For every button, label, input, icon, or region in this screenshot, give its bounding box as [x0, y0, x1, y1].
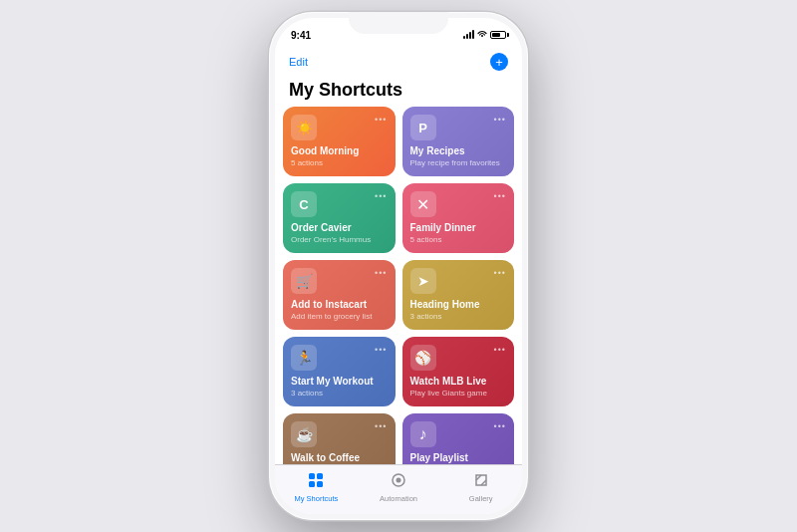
family-dinner-subtitle: 5 actions	[410, 235, 507, 245]
shortcuts-grid: ☀️ ••• Good Morning 5 actions P •••	[283, 107, 514, 464]
playlist-title: Play Playlist	[410, 452, 507, 464]
shortcut-card-my-recipes[interactable]: P ••• My Recipes Play recipe from favori…	[402, 107, 515, 176]
nav-bar: Edit +	[275, 46, 522, 78]
good-morning-subtitle: 5 actions	[291, 158, 388, 168]
edit-button[interactable]: Edit	[289, 56, 308, 68]
status-icons	[463, 30, 506, 40]
playlist-icon: ♪	[410, 421, 436, 447]
family-dinner-more[interactable]: •••	[494, 191, 506, 201]
svg-rect-0	[309, 473, 315, 479]
mlb-subtitle: Play live Giants game	[410, 389, 507, 399]
shortcut-card-add-to-instacart[interactable]: 🛒 ••• Add to Instacart Add item to groce…	[283, 260, 396, 330]
svg-rect-1	[317, 473, 323, 479]
card-bottom: Order Cavier Order Oren's Hummus	[291, 222, 388, 245]
mlb-icon: ⚾	[410, 345, 436, 371]
tab-my-shortcuts[interactable]: My Shortcuts	[275, 472, 358, 503]
shortcut-card-family-dinner[interactable]: ✕ ••• Family Dinner 5 actions	[402, 183, 515, 253]
heading-home-icon: ➤	[410, 268, 436, 294]
heading-home-more[interactable]: •••	[494, 268, 506, 278]
my-shortcuts-icon	[308, 472, 324, 492]
instacart-subtitle: Add item to grocery list	[291, 312, 388, 322]
svg-point-5	[397, 478, 401, 483]
shortcut-card-order-cavier[interactable]: C ••• Order Cavier Order Oren's Hummus	[283, 183, 396, 253]
battery-fill	[492, 33, 500, 37]
wifi-icon	[477, 30, 487, 40]
card-top: ➤ •••	[410, 268, 507, 294]
good-morning-icon: ☀️	[291, 115, 317, 140]
instacart-more[interactable]: •••	[375, 268, 387, 278]
gallery-label: Gallery	[469, 494, 493, 503]
card-top: P •••	[410, 115, 507, 140]
card-bottom: Heading Home 3 actions	[410, 299, 507, 322]
gallery-icon	[473, 472, 489, 492]
shortcut-card-play-playlist[interactable]: ♪ ••• Play Playlist 1 action	[402, 413, 515, 464]
instacart-icon: 🛒	[291, 268, 317, 294]
card-top: ⚾ •••	[410, 345, 507, 371]
workout-more[interactable]: •••	[375, 345, 387, 355]
mlb-title: Watch MLB Live	[410, 376, 507, 388]
tab-gallery[interactable]: Gallery	[439, 472, 522, 503]
card-bottom: My Recipes Play recipe from favorites	[410, 145, 507, 168]
shortcut-card-walk-to-coffee[interactable]: ☕ ••• Walk to Coffee 3 actions	[283, 413, 396, 464]
coffee-icon: ☕	[291, 421, 317, 447]
heading-home-title: Heading Home	[410, 299, 507, 311]
svg-rect-3	[317, 481, 323, 487]
status-time: 9:41	[291, 30, 311, 41]
my-recipes-more[interactable]: •••	[494, 115, 506, 125]
workout-icon: 🏃	[291, 345, 317, 371]
mlb-more[interactable]: •••	[494, 345, 506, 355]
screen: 9:41	[275, 18, 522, 514]
card-bottom: Good Morning 5 actions	[291, 145, 388, 168]
heading-home-subtitle: 3 actions	[410, 312, 507, 322]
card-top: 🏃 •••	[291, 345, 388, 371]
good-morning-more[interactable]: •••	[375, 115, 387, 125]
tab-bar: My Shortcuts Automation	[275, 464, 522, 514]
my-recipes-icon: P	[410, 115, 436, 140]
page-title: My Shortcuts	[275, 78, 522, 107]
phone-frame: 9:41	[269, 12, 528, 520]
card-top: ☀️ •••	[291, 115, 388, 140]
card-bottom: Add to Instacart Add item to grocery lis…	[291, 299, 388, 322]
card-bottom: Family Dinner 5 actions	[410, 222, 507, 245]
notch	[349, 12, 448, 34]
good-morning-title: Good Morning	[291, 145, 388, 157]
instacart-title: Add to Instacart	[291, 299, 388, 311]
order-cavier-subtitle: Order Oren's Hummus	[291, 235, 388, 245]
family-dinner-icon: ✕	[410, 191, 436, 217]
automation-label: Automation	[380, 494, 417, 503]
my-recipes-title: My Recipes	[410, 145, 507, 157]
card-top: C •••	[291, 191, 388, 217]
shortcut-card-good-morning[interactable]: ☀️ ••• Good Morning 5 actions	[283, 107, 396, 176]
card-bottom: Start My Workout 3 actions	[291, 376, 388, 399]
card-bottom: Walk to Coffee 3 actions	[291, 452, 388, 464]
svg-rect-2	[309, 481, 315, 487]
order-cavier-icon: C	[291, 191, 317, 217]
automation-icon	[391, 472, 406, 492]
coffee-title: Walk to Coffee	[291, 452, 388, 464]
order-cavier-more[interactable]: •••	[375, 191, 387, 201]
my-shortcuts-label: My Shortcuts	[294, 494, 338, 503]
shortcut-card-mlb[interactable]: ⚾ ••• Watch MLB Live Play live Giants ga…	[402, 337, 515, 406]
card-top: ✕ •••	[410, 191, 507, 217]
playlist-more[interactable]: •••	[494, 421, 506, 431]
shortcut-card-heading-home[interactable]: ➤ ••• Heading Home 3 actions	[402, 260, 515, 330]
family-dinner-title: Family Dinner	[410, 222, 507, 234]
coffee-more[interactable]: •••	[375, 421, 387, 431]
shortcuts-scroll: ☀️ ••• Good Morning 5 actions P •••	[275, 107, 522, 464]
my-recipes-subtitle: Play recipe from favorites	[410, 158, 507, 168]
workout-title: Start My Workout	[291, 376, 388, 388]
tab-automation[interactable]: Automation	[358, 472, 440, 503]
card-bottom: Play Playlist 1 action	[410, 452, 507, 464]
order-cavier-title: Order Cavier	[291, 222, 388, 234]
card-bottom: Watch MLB Live Play live Giants game	[410, 376, 507, 399]
card-top: ☕ •••	[291, 421, 388, 447]
shortcut-card-start-workout[interactable]: 🏃 ••• Start My Workout 3 actions	[283, 337, 396, 406]
add-shortcut-button[interactable]: +	[490, 53, 508, 71]
workout-subtitle: 3 actions	[291, 389, 388, 399]
battery-icon	[490, 31, 506, 39]
card-top: 🛒 •••	[291, 268, 388, 294]
card-top: ♪ •••	[410, 421, 507, 447]
signal-bars-icon	[463, 31, 474, 39]
